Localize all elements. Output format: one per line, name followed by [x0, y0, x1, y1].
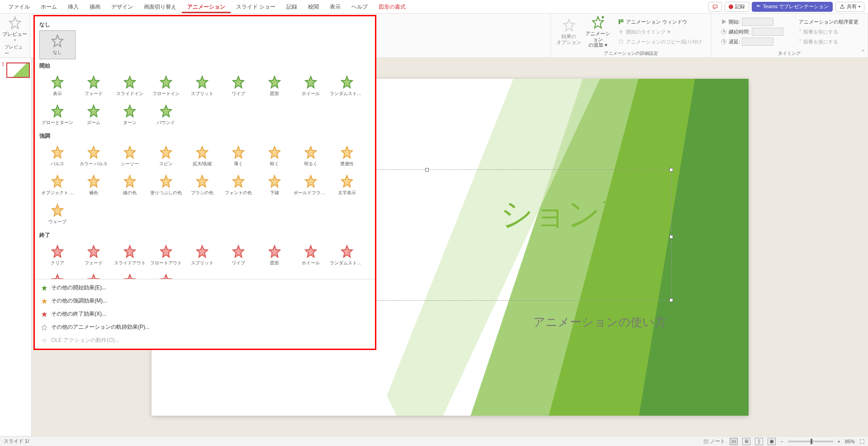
tab-home[interactable]: ホーム — [35, 0, 62, 13]
animation-item[interactable]: フォントの色 — [220, 171, 256, 200]
animation-item[interactable]: 表示 — [39, 72, 76, 101]
tab-shape-format[interactable]: 図形の書式 — [373, 0, 411, 13]
animation-item[interactable]: ボールドフラッ… — [293, 171, 329, 200]
start-input[interactable] — [742, 18, 773, 26]
animation-item[interactable]: ワイプ — [220, 241, 256, 270]
animation-item[interactable]: 拡大/収縮 — [184, 142, 220, 171]
animation-item[interactable]: フロートイン — [148, 72, 184, 101]
animation-item[interactable]: 太字表示 — [329, 171, 365, 200]
animation-item[interactable]: ブラシの色 — [184, 171, 220, 200]
animation-item[interactable]: ホイール — [293, 241, 329, 270]
tab-slideshow[interactable]: スライド ショー — [231, 0, 281, 13]
star-icon — [304, 145, 318, 160]
delay-input[interactable] — [742, 38, 773, 46]
duration-input[interactable] — [752, 28, 783, 36]
tab-design[interactable]: デザイン — [106, 0, 138, 13]
tab-help[interactable]: ヘルプ — [346, 0, 373, 13]
animation-item[interactable]: オブジェクト … — [39, 171, 76, 200]
tab-file[interactable]: ファイル — [3, 0, 35, 13]
animation-item[interactable]: 縮小および… — [39, 270, 76, 279]
animation-item[interactable]: ランダムストラ… — [329, 72, 365, 101]
chevron-up-icon: ˄ — [799, 29, 802, 35]
fit-to-window-button[interactable]: ⛶ — [859, 439, 864, 444]
animation-item[interactable]: ホイール — [293, 72, 329, 101]
more-entrance-effects[interactable]: その他の開始効果(E)... — [35, 281, 375, 294]
zoom-slider[interactable] — [788, 441, 833, 442]
star-icon — [195, 145, 209, 160]
animation-item[interactable]: グローとターン — [39, 101, 76, 129]
more-motion-paths[interactable]: その他のアニメーションの軌跡効果(P)... — [35, 321, 375, 334]
animation-item[interactable]: シーソー — [112, 142, 148, 171]
animation-item[interactable]: 薄く — [220, 142, 256, 171]
star-icon — [8, 16, 22, 30]
animation-item[interactable]: スピン — [148, 142, 184, 171]
notes-button[interactable]: ノート — [703, 438, 725, 445]
add-animation-button[interactable]: アニメーションの追加 ▾ — [584, 15, 612, 48]
move-later-button[interactable]: ˅順番を後にする — [799, 37, 859, 46]
animation-item[interactable]: フェード — [76, 241, 112, 270]
tab-view[interactable]: 表示 — [324, 0, 346, 13]
animation-item[interactable]: ランダムストラ… — [329, 241, 365, 270]
star-icon — [86, 145, 101, 160]
share-button[interactable]: 共有▾ — [835, 2, 864, 12]
effect-options-button[interactable]: 効果のオプション — [555, 15, 583, 48]
star-icon — [195, 245, 209, 259]
more-exit-effects[interactable]: その他の終了効果(X)... — [35, 307, 375, 321]
animation-item[interactable]: パルス — [39, 142, 76, 171]
reading-view-button[interactable]: ▯ — [755, 438, 763, 445]
animation-item[interactable]: カラー パルス — [76, 142, 112, 171]
animation-none[interactable]: なし — [39, 30, 76, 59]
tab-draw[interactable]: 描画 — [84, 0, 106, 13]
animation-item[interactable]: ウェーブ — [39, 200, 76, 229]
normal-view-button[interactable]: ▭ — [730, 438, 738, 445]
animation-item[interactable]: 塗りつぶしの色 — [148, 171, 184, 200]
move-earlier-button[interactable]: ˄順番を前にする — [799, 27, 859, 36]
slide-thumbnail-pane: 1 — [0, 58, 32, 436]
record-button[interactable]: 記録 — [725, 2, 749, 12]
svg-point-1 — [759, 5, 760, 7]
animation-item[interactable]: ワイプ — [220, 72, 256, 101]
animation-item[interactable]: 下線 — [256, 171, 293, 200]
sorter-view-button[interactable]: ⊞ — [742, 438, 750, 445]
animation-item[interactable]: フロートアウト — [148, 241, 184, 270]
tab-insert[interactable]: 挿入 — [62, 0, 84, 13]
more-emphasis-effects[interactable]: その他の強調効果(M)... — [35, 294, 375, 307]
animation-item[interactable]: 図形 — [256, 241, 293, 270]
animation-item[interactable]: スプリット — [184, 241, 220, 270]
tab-record[interactable]: 記録 — [281, 0, 303, 13]
slideshow-view-button[interactable]: ▣ — [768, 438, 776, 445]
animation-pane-button[interactable]: アニメーション ウィンドウ — [618, 17, 702, 26]
animation-item[interactable]: ターン — [112, 101, 148, 129]
animation-item[interactable]: 補色 — [76, 171, 112, 200]
animation-item[interactable]: バウンド — [148, 270, 184, 279]
comments-button[interactable] — [708, 2, 722, 12]
star-icon — [340, 245, 354, 259]
preview-button[interactable]: プレビュー ▾ — [1, 15, 28, 43]
animation-item[interactable]: 暗く — [256, 142, 293, 171]
animation-item[interactable]: 図形 — [256, 72, 293, 101]
animation-item[interactable]: 透過性 — [329, 142, 365, 171]
trigger-button[interactable]: 開始のタイミング ▾ — [618, 27, 702, 36]
animation-item[interactable]: スライドアウト — [112, 241, 148, 270]
tab-transitions[interactable]: 画面切り替え — [138, 0, 182, 13]
animation-item[interactable]: スプリット — [184, 72, 220, 101]
collapse-ribbon-button[interactable]: ⌃ — [861, 49, 865, 55]
animation-painter-button[interactable]: アニメーションのコピー/貼り付け — [618, 37, 702, 46]
animation-item[interactable]: 線の色 — [112, 171, 148, 200]
teams-present-button[interactable]: Teams でプレゼンテーション — [752, 2, 833, 12]
slide-thumbnail-1[interactable]: 1 — [3, 62, 28, 78]
animation-item[interactable]: ズーム — [76, 270, 112, 279]
zoom-out-button[interactable]: − — [780, 439, 783, 444]
zoom-level[interactable]: 85% — [845, 439, 855, 444]
animation-item[interactable]: フェード — [76, 72, 112, 101]
animation-item[interactable]: ターン — [112, 270, 148, 279]
animation-item[interactable]: スライドイン — [112, 72, 148, 101]
star-icon — [304, 245, 318, 259]
animation-item[interactable]: 明るく — [293, 142, 329, 171]
tab-animations[interactable]: アニメーション — [182, 0, 231, 13]
animation-item[interactable]: クリア — [39, 241, 76, 270]
zoom-in-button[interactable]: + — [838, 439, 840, 444]
animation-item[interactable]: バウンド — [148, 101, 184, 129]
tab-review[interactable]: 校閲 — [303, 0, 324, 13]
animation-item[interactable]: ズーム — [76, 101, 112, 129]
